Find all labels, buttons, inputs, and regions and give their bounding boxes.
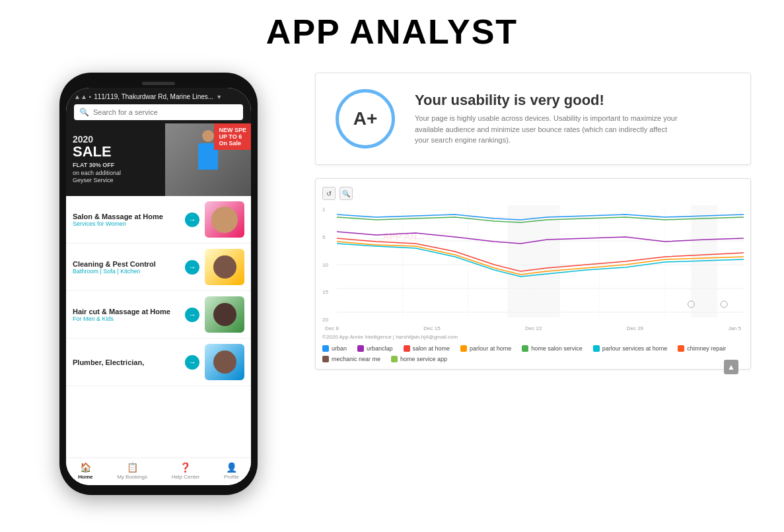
service-image: [205, 296, 244, 333]
service-arrow[interactable]: →: [185, 355, 199, 370]
banner-sale: SALE: [73, 144, 159, 160]
bookings-icon: 📋: [127, 462, 138, 473]
nav-help-label: Help Center: [172, 474, 200, 480]
legend-chimney-repair: chimney repair: [678, 345, 726, 352]
legend-parlour-services: parlour services at home: [593, 345, 668, 352]
usability-card: A+ Your usability is very good! Your pag…: [315, 73, 751, 165]
service-arrow[interactable]: →: [185, 213, 199, 227]
legend-urban: urban: [322, 345, 347, 352]
home-icon: 🏠: [80, 462, 91, 473]
service-item-haircut[interactable]: Hair cut & Massage at Home For Men & Kid…: [66, 291, 251, 339]
search-input[interactable]: [93, 108, 238, 116]
service-subtitle: For Men & Kids: [73, 316, 180, 322]
scroll-top-button[interactable]: ▲: [724, 360, 738, 374]
service-subtitle: Services for Women: [73, 220, 180, 227]
service-subtitle: Bathroom | Sofa | Kitchen: [73, 268, 180, 275]
nav-bookings-label: My Bookings: [117, 474, 147, 480]
legend-salon-at-home: salon at home: [404, 345, 450, 352]
nav-profile[interactable]: 👤 Profile: [224, 462, 239, 480]
x-axis-labels: Dec 8 Dec 15 Dec 22 Dec 29 Jan 5: [322, 325, 744, 331]
service-title: Plumber, Electrician,: [73, 358, 180, 366]
service-item-cleaning[interactable]: Cleaning & Pest Control Bathroom | Sofa …: [66, 244, 251, 291]
nav-home-label: Home: [78, 474, 92, 480]
app-location: ▲▲ ▪ 111/119, Thakurdwar Rd, Marine Line…: [74, 93, 243, 100]
help-icon: ❓: [180, 462, 191, 473]
service-title: Cleaning & Pest Control: [73, 260, 180, 268]
banner-offer: FLAT 30% OFF on each additional Geyser S…: [73, 162, 159, 185]
usability-text: Your usability is very good! Your page i…: [415, 92, 679, 146]
right-panel: A+ Your usability is very good! Your pag…: [315, 73, 751, 380]
bottom-nav: 🏠 Home 📋 My Bookings ❓ Help Center 👤 Pro…: [66, 457, 251, 485]
app-header: ▲▲ ▪ 111/119, Thakurdwar Rd, Marine Line…: [66, 88, 251, 123]
grade-text: A+: [353, 108, 378, 129]
usability-title: Your usability is very good!: [415, 92, 679, 109]
phone-mockup: ▲▲ ▪ 111/119, Thakurdwar Rd, Marine Line…: [59, 73, 258, 495]
nav-home[interactable]: 🏠 Home: [78, 462, 92, 480]
nav-bookings[interactable]: 📋 My Bookings: [117, 462, 147, 480]
service-title: Salon & Massage at Home: [73, 213, 180, 220]
search-icon: 🔍: [79, 108, 89, 117]
banner-badge: NEW SPE UP TO 6 On Sale: [214, 123, 251, 150]
chart-area: 1 5 10 15 20: [322, 205, 744, 324]
service-item-salon[interactable]: Salon & Massage at Home Services for Wom…: [66, 196, 251, 244]
banner-year: 2020: [73, 135, 159, 144]
legend-urbanclap: urbanclap: [357, 345, 393, 352]
chart-zoom-btn[interactable]: 🔍: [339, 187, 353, 200]
y-axis-labels: 1 5 10 15 20: [322, 205, 336, 324]
service-arrow[interactable]: →: [185, 260, 199, 275]
service-title: Hair cut & Massage at Home: [73, 308, 180, 316]
service-arrow[interactable]: →: [185, 308, 199, 322]
app-banner: 2020 SALE FLAT 30% OFF on each additiona…: [66, 123, 251, 196]
legend-mechanic-near-me: mechanic near me: [322, 356, 380, 362]
profile-icon: 👤: [226, 462, 237, 473]
chart-svg: APP AN...: [322, 205, 744, 324]
legend-parlour-at-home: parlour at home: [460, 345, 511, 352]
nav-profile-label: Profile: [224, 474, 239, 480]
chart-toolbar: ↺ 🔍: [322, 187, 744, 200]
service-image: [205, 249, 244, 285]
search-bar[interactable]: 🔍: [74, 104, 243, 120]
svg-text:APP AN...: APP AN...: [383, 231, 425, 242]
service-image: [205, 201, 244, 238]
chart-legend: urban urbanclap salon at home parlour at…: [322, 345, 744, 362]
service-item-plumber[interactable]: Plumber, Electrician, →: [66, 339, 251, 386]
chart-reset-btn[interactable]: ↺: [322, 187, 336, 200]
grade-circle: A+: [336, 89, 395, 149]
chart-panel: ↺ 🔍 1 5 10 15 20: [315, 178, 751, 370]
service-list: Salon & Massage at Home Services for Wom…: [66, 196, 251, 457]
nav-help[interactable]: ❓ Help Center: [172, 462, 200, 480]
svg-point-14: [721, 301, 727, 308]
legend-home-salon-service: home salon service: [522, 345, 583, 352]
chart-copyright: ©2020 App Annie Intelligence | harshitja…: [322, 334, 744, 340]
service-image: [205, 344, 244, 380]
legend-home-service-app: home service app: [391, 356, 447, 362]
page-title: APP ANALYST: [0, 0, 784, 51]
usability-description: Your page is highly usable across device…: [415, 113, 679, 146]
